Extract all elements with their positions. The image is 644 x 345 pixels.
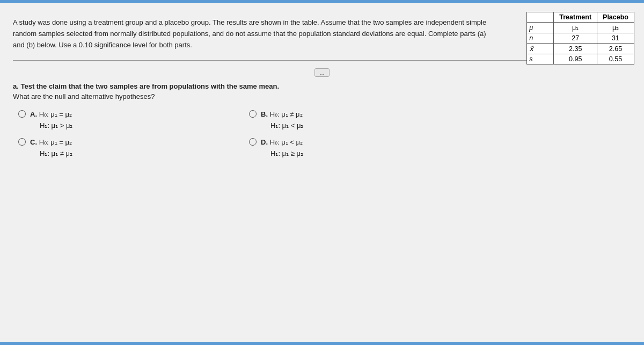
row-label-mu: μ [527,23,554,33]
option-d-label: D. [261,138,270,146]
bottom-bar [0,342,644,345]
option-b-label: B. [261,110,270,118]
option-d-line2: H₁: μ₁ ≥ μ₂ [270,149,303,157]
row-xbar-placebo: 2.65 [597,44,634,54]
table-empty-header [527,12,554,23]
option-c-line2: H₁: μ₁ ≠ μ₂ [40,149,72,157]
option-d[interactable]: D. H₀: μ₁ < μ₂ H₁: μ₁ ≥ μ₂ [249,137,458,160]
table-row-s: s 0.95 0.55 [527,54,634,64]
option-b-line2: H₁: μ₁ < μ₂ [270,121,303,130]
option-a[interactable]: A. H₀: μ₁ = μ₂ H₁: μ₁ > μ₂ [18,109,228,132]
option-d-line1: H₀: μ₁ < μ₂ [270,138,303,146]
option-a-label: A. [30,110,39,118]
row-label-xbar: x̄ [527,44,554,54]
problem-text: A study was done using a treatment group… [13,17,496,51]
main-content: A study was done using a treatment group… [0,0,644,345]
radio-c[interactable] [18,138,26,146]
radio-b[interactable] [249,110,257,118]
row-n-treatment: 27 [554,33,597,44]
option-c[interactable]: C. H₀: μ₁ = μ₂ H₁: μ₁ ≠ μ₂ [18,137,228,160]
option-a-line1: H₀: μ₁ = μ₂ [39,110,72,118]
data-table-container: Treatment Placebo μ μ₁ μ₂ n 27 31 x̄ 2.3… [526,12,634,64]
table-header-placebo: Placebo [597,12,634,23]
radio-d[interactable] [249,138,257,146]
row-s-placebo: 0.55 [597,54,634,64]
option-a-line2: H₁: μ₁ > μ₂ [40,121,72,130]
row-mu-placebo: μ₂ [597,23,634,33]
option-c-label: C. [30,138,39,146]
top-bar [0,0,644,3]
part-a-label: a. Test the claim that the two samples a… [13,82,631,90]
data-table: Treatment Placebo μ μ₁ μ₂ n 27 31 x̄ 2.3… [526,12,634,64]
table-row-mu: μ μ₁ μ₂ [527,23,634,33]
ellipsis-button[interactable]: ... [314,68,329,77]
row-n-placebo: 31 [597,33,634,44]
option-b-line1: H₀: μ₁ ≠ μ₂ [270,110,303,118]
row-mu-treatment: μ₁ [554,23,597,33]
option-b[interactable]: B. H₀: μ₁ ≠ μ₂ H₁: μ₁ < μ₂ [249,109,458,132]
row-label-n: n [527,33,554,44]
part-a-question: What are the null and alternative hypoth… [13,92,631,100]
table-row-xbar: x̄ 2.35 2.65 [527,44,634,54]
option-c-line1: H₀: μ₁ = μ₂ [39,138,72,146]
row-label-s: s [527,54,554,64]
radio-a[interactable] [18,110,26,118]
table-header-treatment: Treatment [554,12,597,23]
row-s-treatment: 0.95 [554,54,597,64]
options-grid: A. H₀: μ₁ = μ₂ H₁: μ₁ > μ₂ B. H₀: μ₁ ≠ μ… [18,109,458,159]
table-row-n: n 27 31 [527,33,634,44]
row-xbar-treatment: 2.35 [554,44,597,54]
